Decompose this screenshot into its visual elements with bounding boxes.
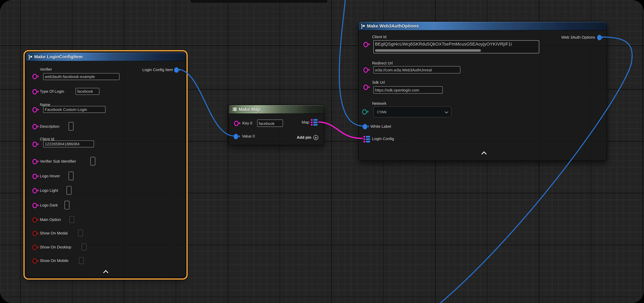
make-struct-icon: } [28,54,32,58]
pin-verifier-sub-identifier[interactable] [32,158,39,164]
pin-login-config-item[interactable] [174,67,180,72]
key-0-input[interactable]: facebook [257,120,283,127]
pin-arrow-icon [238,135,240,138]
wire-loginconfigitem-to-value0 [178,70,234,136]
map-pin-row [364,141,370,142]
chevron-down-icon [445,110,448,113]
pin-sdk-url[interactable] [364,84,370,90]
pin-ring [597,35,602,40]
pin-label-network: Network [372,101,386,106]
pin-arrow-icon [37,125,39,128]
pin-type-of-login[interactable] [32,89,39,94]
map-pin-value-icon [366,141,370,142]
partial-node[interactable] [190,0,328,3]
pin-logo-dark[interactable] [32,202,39,208]
pin-show-on-modal[interactable] [32,230,39,236]
pin-arrow-icon [239,122,240,124]
pin-arrow-icon [37,204,39,206]
show-on-modal-checkbox[interactable] [78,230,83,236]
pin-ring [32,203,37,208]
pin-login-config[interactable] [364,136,370,143]
node-make-web3authoptions[interactable]: }Make Web3AuthOptionsClient IdBEglQSgt4c… [358,21,607,161]
pin-ring [32,188,37,194]
pin-main-option[interactable] [32,217,39,222]
node-make-loginconfigitem[interactable]: }Make LoginConfigItemVerifierweb3auth-fa… [26,52,186,278]
collapse-node-button[interactable] [481,151,486,156]
pin-label-white-label: White Label [370,124,391,129]
map-pin-row [364,136,370,138]
pin-arrow-icon [37,260,39,262]
pin-label-verifier-sub-identifier: Verifier Sub Identifier [40,159,76,164]
pin-web-3auth-options[interactable] [597,34,603,40]
pin-arrow-icon [37,246,39,248]
pin-key-0[interactable] [234,120,240,126]
pin-logo-light[interactable] [32,188,39,194]
pin-name[interactable] [32,107,39,112]
square-glyph [363,25,365,27]
pin-ring [362,109,367,115]
pin-label-logo-light: Logo Light [40,188,58,193]
map-pin-row [364,138,370,140]
make-container-icon [231,108,236,111]
node-make-loginconfigitem-header[interactable]: }Make LoginConfigItem [26,52,185,61]
name-input[interactable]: Facebook Custom Login [43,106,106,113]
pin-label-web-3auth-options: Web 3Auth Options [561,35,595,40]
logo-hover-input[interactable] [68,172,74,180]
pin-redirect-url[interactable] [364,67,370,72]
node-make-web3authoptions-header[interactable]: }Make Web3AuthOptions [358,22,606,30]
wire-map-to-login-config [319,122,362,138]
show-on-desktop-checkbox[interactable] [82,244,87,250]
pin-logo-hover[interactable] [32,173,39,179]
node-make-map[interactable]: Make MapKey 0facebookValue 0MapAdd pin+ [228,105,324,145]
map-pin-value-icon [366,136,370,138]
client-id-input[interactable]: BEglQSgt4cUWcj6SKRdu5QkOXTsePmMcusG5EAoy… [373,40,539,53]
main-option-checkbox[interactable] [70,216,74,223]
node-title: Make LoginConfigItem [34,54,83,59]
verifier-input[interactable]: web3auth-facebook-example [43,73,120,80]
pin-map[interactable] [311,119,318,126]
logo-dark-input[interactable] [64,201,70,209]
pin-client-id[interactable] [32,141,39,147]
pin-label-verifier: Verifier [40,67,52,72]
pin-label-description: Description [40,124,60,129]
network-dropdown[interactable]: CYAN [373,106,451,118]
pin-ring [174,67,178,73]
logo-light-input[interactable] [66,186,72,195]
show-on-mobile-checkbox[interactable] [79,257,84,264]
client-id-scrollbar[interactable] [375,49,481,52]
pin-ring [234,134,238,139]
pin-label-type-of-login: Type Of Login [40,89,64,94]
pin-client-id[interactable] [364,42,370,47]
pin-value-0[interactable] [234,134,240,139]
pin-show-on-desktop[interactable] [32,244,39,250]
pin-ring [32,124,37,130]
pin-arrow-icon [37,90,39,93]
chevron-up-icon [103,270,108,275]
type-of-login-input[interactable]: facebook [76,88,99,95]
pin-ring [32,231,37,236]
pin-label-show-on-modal: Show On Modal [40,231,68,236]
map-pin-value-icon [314,119,318,121]
pin-white-label[interactable] [362,124,369,129]
pin-arrow-icon [179,68,180,71]
collapse-node-button[interactable] [103,269,108,274]
node-title: Make Map [238,107,260,112]
verifier-sub-identifier-input[interactable] [90,157,95,166]
pin-network[interactable] [362,109,368,114]
map-pin-key-icon [311,119,312,121]
description-input[interactable] [68,122,74,130]
pin-description[interactable] [32,124,39,129]
sdk-url-input[interactable]: https://sdk.openlogin.com [373,86,443,94]
node-make-map-header[interactable]: Make Map [229,105,324,114]
add-pin-button[interactable]: Add pin+ [297,135,318,140]
graph-canvas[interactable]: }Make LoginConfigItemVerifierweb3auth-fa… [0,0,644,303]
map-pin-value-icon [366,138,370,140]
pin-verifier[interactable] [32,74,39,79]
pin-ring [32,217,37,222]
pin-show-on-mobile[interactable] [32,258,39,264]
map-pin-key-icon [364,136,365,138]
client-id-input[interactable]: 1222658941886084 [43,140,94,147]
pin-arrow-icon [367,110,368,113]
redirect-url-input[interactable]: w3a://com.w3a.Web3AuthUnreal [373,66,460,74]
pin-label-key-0: Key 0 [242,121,252,126]
